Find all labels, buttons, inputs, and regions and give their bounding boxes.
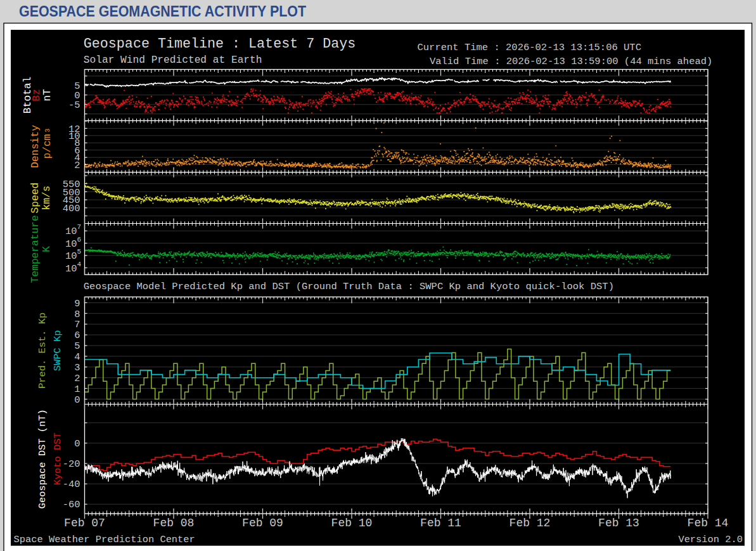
svg-text:3: 3 [44, 129, 51, 133]
svg-text:Feb 10: Feb 10 [331, 517, 373, 529]
svg-text:-20: -20 [63, 458, 80, 470]
svg-text:Space Weather Prediction Cente: Space Weather Prediction Center [14, 534, 195, 545]
svg-text:Speed: Speed [30, 183, 41, 214]
svg-text:5: 5 [74, 340, 80, 352]
svg-text:Geospace DST (nT): Geospace DST (nT) [37, 409, 48, 509]
svg-text:km/s: km/s [42, 186, 53, 211]
svg-text:0: 0 [74, 394, 80, 406]
svg-text:Pred. Est. Kp: Pred. Est. Kp [37, 313, 48, 389]
svg-text:Feb 14: Feb 14 [688, 517, 729, 529]
svg-text:4: 4 [77, 261, 82, 268]
svg-text:Current Time : 2026-02-13 13:1: Current Time : 2026-02-13 13:15:06 UTC [418, 42, 641, 53]
svg-text:Geospace Model Predicted Kp an: Geospace Model Predicted Kp and DST (Gro… [84, 281, 614, 292]
svg-text:-60: -60 [63, 499, 80, 510]
svg-text:Temperature: Temperature [30, 215, 41, 283]
svg-text:Feb 08: Feb 08 [153, 517, 195, 529]
svg-text:GEOSPACE GEOMAGNETIC ACTIVITY: GEOSPACE GEOMAGNETIC ACTIVITY PLOT [19, 3, 306, 20]
svg-text:400: 400 [63, 203, 80, 214]
svg-text:p/cm: p/cm [42, 134, 53, 159]
svg-text:6: 6 [77, 236, 82, 243]
svg-text:K: K [42, 246, 53, 252]
svg-text:10: 10 [65, 250, 77, 262]
svg-text:Feb 12: Feb 12 [509, 517, 551, 529]
svg-text:10: 10 [65, 263, 77, 275]
svg-text:SWPC Kp: SWPC Kp [53, 330, 64, 372]
svg-text:7: 7 [74, 319, 80, 330]
svg-text:Solar Wind Predicted at Earth: Solar Wind Predicted at Earth [84, 55, 262, 66]
svg-text:1: 1 [74, 384, 80, 395]
svg-text:nT: nT [42, 89, 53, 101]
svg-text:8: 8 [74, 309, 80, 320]
svg-text:2: 2 [74, 373, 80, 384]
svg-text:Feb 13: Feb 13 [598, 517, 639, 529]
svg-text:Feb 11: Feb 11 [420, 517, 461, 529]
svg-text:2: 2 [74, 160, 80, 171]
svg-text:Valid Time : 2026-02-13 13:59:: Valid Time : 2026-02-13 13:59:00 (44 min… [430, 56, 712, 67]
svg-text:-5: -5 [68, 100, 80, 111]
svg-text:10: 10 [65, 238, 77, 250]
svg-text:0: 0 [74, 438, 80, 450]
svg-text:Density: Density [30, 125, 41, 168]
svg-text:Version 2.0: Version 2.0 [678, 534, 743, 545]
svg-text:6: 6 [74, 330, 80, 341]
svg-text:4: 4 [74, 351, 80, 363]
svg-text:-40: -40 [63, 479, 80, 490]
svg-text:9: 9 [74, 298, 80, 309]
svg-text:Feb 07: Feb 07 [64, 517, 105, 529]
svg-text:Kyoto DST: Kyoto DST [53, 432, 64, 485]
svg-text:7: 7 [77, 223, 82, 231]
svg-text:5: 5 [77, 248, 82, 256]
svg-text:Geospace Timeline : Latest 7 D: Geospace Timeline : Latest 7 Days [84, 36, 356, 52]
svg-text:10: 10 [65, 226, 77, 237]
svg-text:3: 3 [74, 362, 80, 373]
svg-text:Feb 09: Feb 09 [242, 517, 283, 529]
svg-text:Bz: Bz [31, 89, 42, 101]
